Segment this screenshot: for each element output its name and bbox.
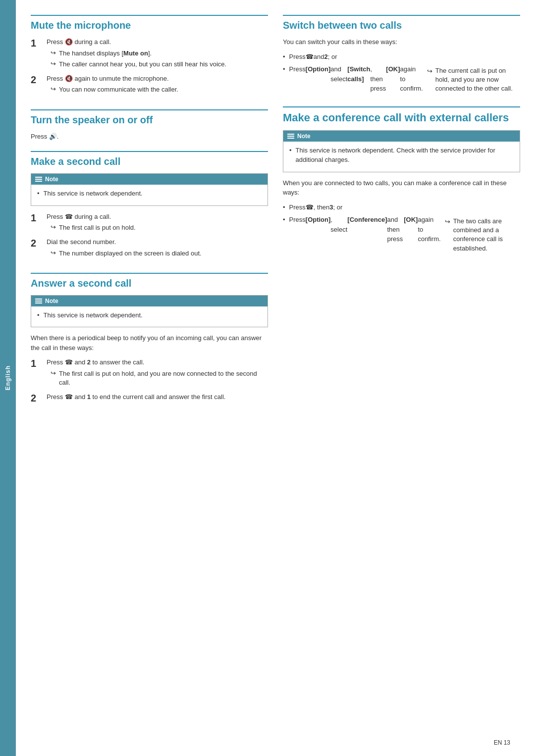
step-number-1: 1 (31, 37, 43, 49)
conference-note-text: This service is network dependent. Check… (296, 146, 514, 165)
mute-step-1: 1 Press 🔇 during a call. ↪ The handset d… (31, 37, 268, 69)
phone-icon-3: ☎ (65, 393, 73, 401)
arrow-icon: ↪ (51, 49, 56, 56)
note-icon-line2 (35, 179, 42, 180)
note-icon-line1 (35, 177, 42, 178)
make-second-call-step-2: 2 Dial the second number. ↪ The number d… (31, 237, 268, 258)
page-footer: EN 13 (494, 739, 510, 746)
section-title-make-second-call: Make a second call (31, 151, 268, 167)
step-1-arrow-2-text: The caller cannot hear you, but you can … (59, 60, 226, 69)
conference-call-arrow: ↪ The two calls are combined and a confe… (445, 217, 520, 253)
note-icon3-line1 (287, 134, 294, 135)
main-content: Mute the microphone 1 Press 🔇 during a c… (16, 0, 535, 756)
section-speaker: Turn the speaker on or off Press 🔊. (31, 109, 268, 142)
answer-second-call-step-2: 2 Press ☎ and 1 to end the current call … (31, 392, 268, 404)
msc-arrow-2: ↪ (51, 249, 56, 256)
msc-step-1-content: Press ☎ during a call. ↪ The first call … (47, 212, 268, 233)
sw-switch-calls: [Switch calls] (347, 64, 370, 84)
conf-ok: [OK] (404, 215, 418, 225)
answer-second-call-note-list: This service is network dependent. (37, 310, 262, 320)
sidebar-label: English (4, 365, 11, 390)
answer-note-label: Note (45, 298, 58, 304)
switch-calls-bullet-1: Press ☎ and 2 ; or (283, 52, 520, 62)
section-answer-second-call: Answer a second call Note This service i… (31, 273, 268, 409)
make-second-call-note-box: Note This service is network dependent. (31, 173, 268, 206)
conf-key-3: 3 (329, 202, 333, 212)
section-title-speaker: Turn the speaker on or off (31, 109, 268, 126)
conf-arrow: ↪ (445, 217, 450, 227)
conf-conference: [Conference] (347, 215, 387, 225)
answer-note-item-text: This service is network dependent. (44, 310, 143, 320)
section-title-mute: Mute the microphone (31, 15, 268, 31)
note-icon-3 (287, 134, 294, 139)
section-make-second-call: Make a second call Note This service is … (31, 151, 268, 263)
step-1-text: Press 🔇 during a call. (47, 37, 268, 47)
msc-step-1-arrow-1-text: The first call is put on hold. (59, 223, 136, 232)
msc-step-number-2: 2 (31, 237, 43, 249)
sw-arrow: ↪ (427, 66, 432, 76)
step-2-content: Press 🔇 again to unmute the microphone. … (47, 74, 268, 95)
note-item-text: This service is network dependent. (44, 189, 143, 199)
msc-step-2-content: Dial the second number. ↪ The number dis… (47, 237, 268, 258)
section-title-switch-calls: Switch between two calls (283, 15, 520, 31)
sw-ok: [OK] (386, 64, 400, 74)
phone-icon-1: ☎ (65, 213, 73, 220)
step-1-arrow-1-text: The handset displays [Mute on]. (59, 49, 152, 58)
asc-step-2-content: Press ☎ and 1 to end the current call an… (47, 392, 268, 402)
msc-step-number-1: 1 (31, 212, 43, 224)
conference-call-intro: When you are connected to two calls, you… (283, 178, 520, 198)
answer-second-call-note-header: Note (31, 296, 268, 306)
phone-icon-conf1: ☎ (306, 202, 314, 212)
conference-call-note-box: Note This service is network dependent. … (283, 130, 520, 172)
mute-icon-1: 🔇 (65, 38, 73, 46)
make-second-call-note-item: This service is network dependent. (37, 189, 262, 199)
switch-calls-intro: You can switch your calls in these ways: (283, 37, 520, 47)
note-icon-line3 (35, 181, 42, 182)
step-1-content: Press 🔇 during a call. ↪ The handset dis… (47, 37, 268, 69)
asc-step-number-2: 2 (31, 392, 43, 404)
msc-step-2-arrow-1: ↪ The number displayed on the screen is … (51, 249, 268, 258)
conference-call-list: Press ☎, then 3 ; or Press [Option], sel… (283, 202, 520, 253)
section-conference-call: Make a conference call with external cal… (283, 106, 520, 256)
msc-step-2-text: Dial the second number. (47, 237, 268, 247)
section-switch-calls: Switch between two calls You can switch … (283, 15, 520, 97)
asc-step-number-1: 1 (31, 357, 43, 369)
asc-step-1-arrow-1-text: The first call is put on hold, and you a… (59, 369, 268, 387)
msc-arrow-1: ↪ (51, 223, 56, 231)
sidebar: English (0, 0, 16, 756)
asc-step-1-text: Press ☎ and 2 to answer the call. (47, 357, 268, 367)
switch-calls-arrow: ↪ The current call is put on hold, and y… (427, 66, 520, 94)
switch-calls-arrow-text: The current call is put on hold, and you… (435, 66, 520, 94)
mute-step-2: 2 Press 🔇 again to unmute the microphone… (31, 74, 268, 95)
make-second-call-note-list: This service is network dependent. (37, 189, 262, 199)
conference-call-arrow-text: The two calls are combined and a confere… (453, 217, 520, 253)
sw-key-2: 2 (324, 52, 328, 62)
answer-second-call-note-box: Note This service is network dependent. (31, 295, 268, 328)
speaker-icon: 🔊 (49, 133, 57, 140)
right-column: Switch between two calls You can switch … (283, 15, 520, 419)
answer-second-call-note-item: This service is network dependent. (37, 310, 262, 320)
section-mute-microphone: Mute the microphone 1 Press 🔇 during a c… (31, 15, 268, 100)
sw-option: [Option] (306, 64, 331, 74)
answer-second-call-intro: When there is a periodical beep to notif… (31, 333, 268, 353)
key-2: 2 (87, 358, 91, 366)
conference-note-label: Note (297, 133, 311, 140)
msc-step-2-arrow-1-text: The number displayed on the screen is di… (59, 249, 202, 258)
msc-step-1-text: Press ☎ during a call. (47, 212, 268, 222)
switch-calls-list: Press ☎ and 2 ; or Press [Option] and se… (283, 52, 520, 94)
note-label: Note (45, 176, 58, 183)
section-title-conference-call: Make a conference call with external cal… (283, 106, 520, 124)
phone-icon-2: ☎ (65, 358, 73, 366)
note-icon2-line1 (35, 299, 42, 300)
conference-note-item: This service is network dependent. Check… (289, 146, 514, 165)
phone-icon-sw1: ☎ (306, 52, 314, 62)
section-title-answer-second-call: Answer a second call (31, 273, 268, 289)
msc-step-1-arrow-1: ↪ The first call is put on hold. (51, 223, 268, 232)
note-icon2-line3 (35, 302, 42, 303)
arrow-icon-2: ↪ (51, 60, 56, 67)
step-2-arrow-1: ↪ You can now communicate with the calle… (51, 85, 268, 94)
note-icon3-line3 (287, 138, 294, 139)
switch-calls-bullet-2: Press [Option] and select [Switch calls]… (283, 64, 520, 94)
mute-icon-2: 🔇 (65, 75, 73, 82)
asc-arrow-1: ↪ (51, 369, 56, 377)
